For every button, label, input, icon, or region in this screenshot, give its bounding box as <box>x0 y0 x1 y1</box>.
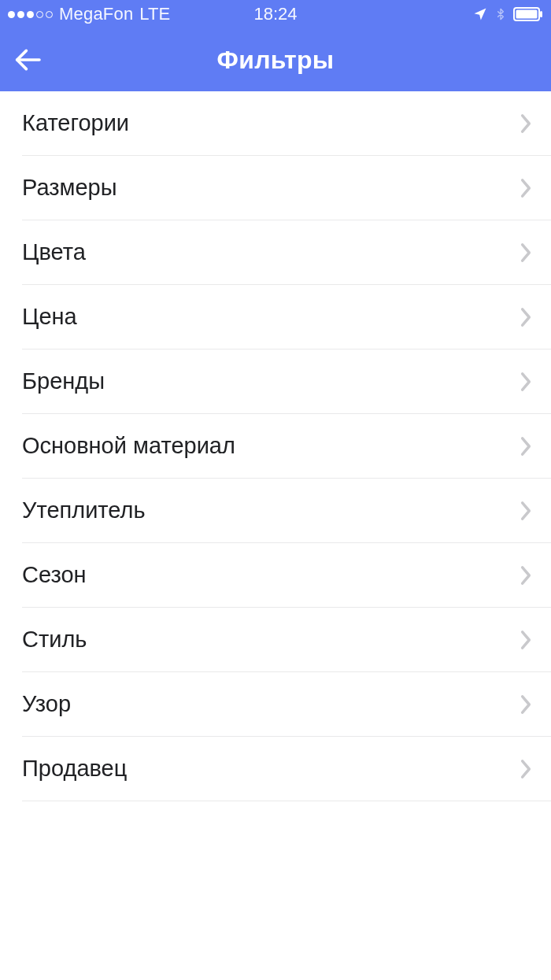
chevron-right-icon <box>520 242 532 263</box>
filter-row-brands[interactable]: Бренды <box>0 349 551 414</box>
filter-label: Утеплитель <box>22 497 145 523</box>
back-button[interactable] <box>0 28 55 91</box>
filter-label: Сезон <box>22 562 87 588</box>
filter-row-colors[interactable]: Цвета <box>0 220 551 285</box>
location-arrow-icon <box>472 6 488 22</box>
filter-row-style[interactable]: Стиль <box>0 608 551 672</box>
status-left: MegaFon LTE <box>8 4 170 24</box>
filter-label: Категории <box>22 110 129 136</box>
filter-row-main-material[interactable]: Основной материал <box>0 414 551 479</box>
filter-label: Стиль <box>22 627 87 653</box>
filter-row-price[interactable]: Цена <box>0 285 551 349</box>
chevron-right-icon <box>520 694 532 715</box>
carrier-label: MegaFon <box>59 4 133 24</box>
page-title: Фильтры <box>0 46 551 75</box>
filter-row-sizes[interactable]: Размеры <box>0 156 551 220</box>
chevron-right-icon <box>520 436 532 457</box>
svg-rect-1 <box>516 10 538 19</box>
battery-icon <box>513 7 543 21</box>
signal-strength-icon <box>8 11 53 18</box>
chevron-right-icon <box>520 307 532 327</box>
filter-label: Цвета <box>22 239 86 265</box>
chevron-right-icon <box>520 178 532 198</box>
filter-row-categories[interactable]: Категории <box>0 91 551 156</box>
filter-list: Категории Размеры Цвета Цена <box>0 91 551 801</box>
chevron-right-icon <box>520 630 532 650</box>
filter-label: Цена <box>22 304 77 330</box>
filter-label: Размеры <box>22 175 117 201</box>
filter-row-insulation[interactable]: Утеплитель <box>0 479 551 543</box>
chevron-right-icon <box>520 501 532 521</box>
filter-row-season[interactable]: Сезон <box>0 543 551 608</box>
filter-row-pattern[interactable]: Узор <box>0 672 551 737</box>
chevron-right-icon <box>520 113 532 134</box>
filter-label: Продавец <box>22 756 127 782</box>
status-bar: MegaFon LTE 18:24 <box>0 0 551 28</box>
network-label: LTE <box>139 4 170 24</box>
svg-rect-2 <box>540 11 542 17</box>
arrow-left-icon <box>12 44 43 76</box>
chevron-right-icon <box>520 565 532 586</box>
filter-label: Бренды <box>22 368 105 394</box>
chevron-right-icon <box>520 759 532 779</box>
filter-row-seller[interactable]: Продавец <box>0 737 551 801</box>
chevron-right-icon <box>520 372 532 392</box>
status-right <box>472 6 543 23</box>
filter-label: Узор <box>22 691 71 717</box>
bluetooth-icon <box>494 6 507 23</box>
filter-label: Основной материал <box>22 433 235 459</box>
nav-bar: Фильтры <box>0 28 551 91</box>
